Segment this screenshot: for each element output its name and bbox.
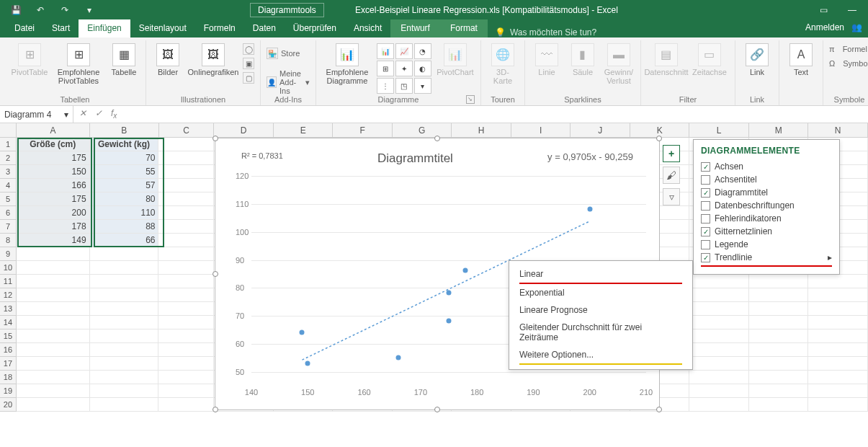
- sparkline-winloss-button[interactable]: ▬Gewinn/ Verlust: [603, 43, 635, 85]
- col-header-N[interactable]: N: [808, 123, 868, 137]
- checkbox-icon[interactable]: [701, 214, 710, 224]
- screenshot-button[interactable]: ▢: [243, 72, 254, 84]
- row-header[interactable]: 15: [0, 329, 17, 343]
- cell[interactable]: 57: [90, 179, 159, 192]
- cell[interactable]: Größe (cm): [17, 138, 90, 151]
- cell[interactable]: 66: [90, 234, 159, 247]
- tab-seitenlayout[interactable]: Seitenlayout: [130, 19, 195, 37]
- cell[interactable]: [158, 384, 214, 398]
- sign-in-link[interactable]: Anmelden: [805, 22, 844, 32]
- cell[interactable]: [808, 329, 868, 343]
- row-header[interactable]: 17: [0, 357, 17, 371]
- col-header-B[interactable]: B: [90, 123, 159, 137]
- cell[interactable]: [808, 316, 868, 329]
- cell[interactable]: [158, 206, 214, 220]
- recommended-charts-button[interactable]: 📊Empfohlene Diagramme: [322, 43, 372, 85]
- col-header-M[interactable]: M: [749, 123, 809, 137]
- tab-start[interactable]: Start: [43, 19, 79, 37]
- col-header-A[interactable]: A: [17, 123, 90, 137]
- chart-filter-button[interactable]: ▿: [663, 188, 680, 205]
- cell[interactable]: 80: [90, 192, 159, 206]
- panel-item-fehlerindikatoren[interactable]: Fehlerindikatoren: [701, 212, 832, 225]
- chart-styles-button[interactable]: 🖌: [663, 167, 680, 184]
- redo-icon[interactable]: ↷: [55, 3, 75, 17]
- submenu-arrow-icon[interactable]: ▸: [828, 252, 832, 262]
- cell[interactable]: [17, 357, 90, 371]
- cell[interactable]: [689, 329, 749, 343]
- row-header[interactable]: 19: [0, 384, 17, 398]
- panel-item-legende[interactable]: Legende: [701, 238, 832, 251]
- panel-item-diagrammtitel[interactable]: ✓Diagrammtitel: [701, 186, 832, 199]
- cell[interactable]: [158, 234, 214, 247]
- cell[interactable]: [90, 398, 159, 412]
- cell[interactable]: [749, 384, 809, 398]
- panel-item-achsen[interactable]: ✓Achsen: [701, 160, 832, 173]
- data-point[interactable]: [463, 268, 468, 273]
- cell[interactable]: [808, 371, 868, 384]
- row-header[interactable]: 1: [0, 138, 17, 151]
- cell[interactable]: 110: [90, 206, 159, 220]
- cell[interactable]: 178: [17, 220, 90, 234]
- cell[interactable]: [158, 398, 214, 412]
- cancel-fx-icon[interactable]: ✕: [79, 108, 86, 120]
- data-point[interactable]: [305, 360, 310, 366]
- data-point[interactable]: [447, 291, 452, 296]
- online-graphics-button[interactable]: 🖼Onlinegrafiken: [188, 43, 238, 76]
- cell[interactable]: [17, 316, 90, 329]
- cell[interactable]: [158, 343, 214, 357]
- cell[interactable]: [749, 398, 809, 412]
- col-header-D[interactable]: D: [214, 123, 274, 137]
- cell[interactable]: [90, 371, 159, 384]
- cell[interactable]: [158, 371, 214, 384]
- timeline-button[interactable]: ▭Zeitachse: [690, 43, 729, 76]
- tab-formeln[interactable]: Formeln: [195, 19, 244, 37]
- trendline-option[interactable]: Lineare Prognose: [509, 301, 692, 319]
- cell[interactable]: [808, 288, 868, 302]
- cell[interactable]: [808, 343, 868, 357]
- store-button[interactable]: 🏪Store: [267, 48, 310, 59]
- col-header-K[interactable]: K: [630, 123, 690, 137]
- checkbox-icon[interactable]: ✓: [701, 253, 710, 262]
- col-header-I[interactable]: I: [511, 123, 571, 137]
- cell[interactable]: [90, 384, 159, 398]
- recommended-pivottables-button[interactable]: ⊞Empfohlene PivotTables: [53, 43, 104, 85]
- accept-fx-icon[interactable]: ✓: [95, 108, 102, 120]
- col-header-E[interactable]: E: [274, 123, 334, 137]
- cell[interactable]: [17, 247, 90, 261]
- checkbox-icon[interactable]: ✓: [701, 188, 710, 198]
- shapes-button[interactable]: ◯: [243, 43, 254, 55]
- cell[interactable]: [90, 357, 159, 371]
- data-point[interactable]: [447, 319, 452, 324]
- text-button[interactable]: AText: [785, 43, 817, 76]
- tab-daten[interactable]: Daten: [244, 19, 285, 37]
- slicer-button[interactable]: ▤Datenschnitt: [647, 43, 686, 76]
- row-header[interactable]: 9: [0, 247, 17, 261]
- ribbon-display-icon[interactable]: ▭: [810, 0, 836, 19]
- cell[interactable]: [808, 384, 868, 398]
- cell[interactable]: 166: [17, 179, 90, 192]
- cell[interactable]: [689, 288, 749, 302]
- row-header[interactable]: 13: [0, 302, 17, 316]
- cell[interactable]: 175: [17, 151, 90, 165]
- table-button[interactable]: ▦Tabelle: [108, 43, 140, 76]
- cell[interactable]: [158, 261, 214, 275]
- cell[interactable]: 88: [90, 220, 159, 234]
- cell[interactable]: [158, 247, 214, 261]
- panel-item-achsentitel[interactable]: Achsentitel: [701, 173, 832, 186]
- cell[interactable]: 150: [17, 165, 90, 179]
- cell[interactable]: [749, 288, 809, 302]
- cell[interactable]: 149: [17, 234, 90, 247]
- row-header[interactable]: 8: [0, 234, 17, 247]
- cell[interactable]: [90, 288, 159, 302]
- save-icon[interactable]: 💾: [6, 3, 26, 17]
- cell[interactable]: [158, 151, 214, 165]
- row-header[interactable]: 5: [0, 192, 17, 206]
- cell[interactable]: [749, 357, 809, 371]
- data-point[interactable]: [587, 206, 592, 211]
- row-header[interactable]: 4: [0, 179, 17, 192]
- cell[interactable]: [158, 288, 214, 302]
- cell[interactable]: [158, 329, 214, 343]
- diagramme-launcher-icon[interactable]: ↘: [466, 95, 475, 104]
- sparkline-line-button[interactable]: 〰Linie: [531, 43, 563, 76]
- cell[interactable]: [90, 261, 159, 275]
